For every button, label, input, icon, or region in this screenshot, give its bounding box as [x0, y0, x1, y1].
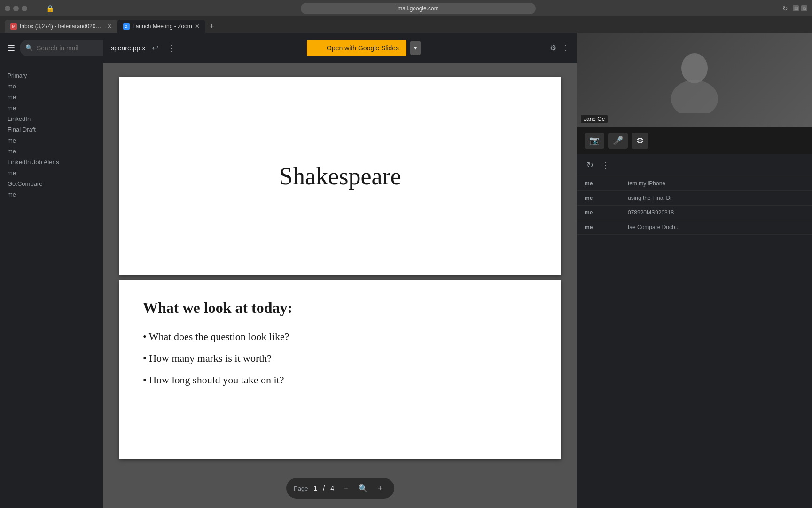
browser-top-bar: 🔒 mail.google.com ↻ ⊟ ⧉	[0, 0, 812, 16]
new-tab-button[interactable]: +	[205, 20, 219, 33]
browser-controls	[5, 6, 27, 11]
gmail-nav: Primary me me me LinkedIn Final Draft me…	[0, 63, 103, 204]
email-sender-3: me	[8, 104, 16, 111]
page-current: 1	[313, 484, 317, 492]
email-sender-9: me	[8, 169, 16, 176]
main-area: ☰ 🔍 Primary me me me LinkedIn Final Draf…	[0, 33, 812, 508]
tab-gmail[interactable]: M Inbox (3,274) - helenarand020@gmail.co…	[5, 20, 117, 33]
email-item-2[interactable]: me	[0, 92, 103, 103]
right-email-sender-2: me	[585, 195, 622, 201]
open-with-slides-button[interactable]: Open with Google Slides	[307, 40, 406, 56]
right-email-row-4[interactable]: me tae Compare Docb...	[577, 220, 812, 235]
email-sender-11: me	[8, 191, 16, 198]
slide-viewer: speare.pptx ↩ ⋮ Open with Google Slides …	[103, 33, 577, 508]
email-sender-7: me	[8, 148, 16, 155]
filename-label: speare.pptx	[111, 44, 145, 52]
page-total: 4	[330, 484, 334, 492]
right-email-subject-3: 078920MS920318	[628, 209, 804, 216]
right-panel-refresh-btn[interactable]: ↻	[585, 158, 595, 172]
zoom-settings-button[interactable]: ⚙	[632, 133, 648, 149]
tab-zoom-close-icon[interactable]: ✕	[195, 23, 200, 30]
zoom-icon: 🔍	[359, 484, 368, 493]
right-panel-more-btn[interactable]: ⋮	[599, 158, 611, 172]
settings-icon-button[interactable]: ⚙	[550, 43, 556, 52]
right-email-row-2[interactable]: me using the Final Dr	[577, 191, 812, 206]
open-slides-label: Open with Google Slides	[327, 44, 399, 52]
email-item-7[interactable]: me	[0, 146, 103, 157]
window-dot-2	[13, 6, 19, 11]
right-email-sender-1: me	[585, 180, 622, 187]
email-sender-2: me	[8, 94, 16, 101]
email-sender-8: LinkedIn Job Alerts	[8, 159, 59, 166]
email-sender-5: Final Draft	[8, 126, 36, 133]
right-email-row-3[interactable]: me 078920MS920318	[577, 206, 812, 220]
right-email-subject-4: tae Compare Docb...	[628, 224, 804, 230]
email-item-11[interactable]: me	[0, 189, 103, 200]
email-item-1[interactable]: me	[0, 81, 103, 92]
toolbar-right: ⚙ ⋮	[550, 43, 570, 52]
page-label: Page	[294, 485, 308, 492]
email-sender-10: Go.Compare	[8, 180, 42, 187]
zoom-controls-bar: 📷 🎤 ⚙	[577, 127, 812, 154]
right-email-subject-1: tem my iPhone	[628, 180, 804, 187]
window-minimize-btn[interactable]: ⊟	[793, 5, 799, 11]
window-dot-3	[22, 6, 27, 11]
slide-2-bullet-1: • What does the question look like?	[143, 331, 289, 343]
email-sender-4: LinkedIn	[8, 115, 31, 122]
tab-gmail-label: Inbox (3,274) - helenarand020@gmail.com …	[20, 23, 104, 30]
security-shield-icon: 🔒	[46, 5, 54, 12]
toolbar-back-button[interactable]: ↩	[150, 41, 161, 55]
email-item-4[interactable]: LinkedIn	[0, 113, 103, 124]
svg-point-0	[681, 53, 708, 83]
gmail-right-list: ↻ ⋮ me tem my iPhone me using the Final …	[577, 154, 812, 508]
slide-1-title: Shakespeare	[279, 162, 401, 190]
window-expand-btn[interactable]: ⧉	[801, 5, 807, 11]
tab-gmail-close-icon[interactable]: ✕	[107, 23, 112, 30]
slides-scroll-area[interactable]: Shakespeare What we look at today: • Wha…	[103, 63, 577, 508]
slide-page-1: Shakespeare	[119, 77, 561, 275]
slide-2-bullet-2: • How many marks is it worth?	[143, 352, 289, 365]
zoom-camera-button[interactable]: 📷	[585, 133, 604, 149]
zoom-panel: Jane Oe 📷 🎤 ⚙ ↻ ⋮ me tem my iPhone me us…	[577, 33, 812, 508]
right-email-row-1[interactable]: me tem my iPhone	[577, 176, 812, 191]
zoom-mic-button[interactable]: 🎤	[608, 133, 628, 149]
url-bar[interactable]: mail.google.com	[301, 3, 536, 14]
toolbar-center: Open with Google Slides ▾	[307, 40, 421, 56]
svg-point-1	[671, 80, 718, 113]
email-item-3[interactable]: me	[0, 103, 103, 113]
slide-2-bullets: • What does the question look like? • Ho…	[143, 331, 289, 386]
category-primary-label: Primary	[0, 71, 103, 81]
gmail-search-bar[interactable]: 🔍	[20, 40, 103, 56]
email-item-9[interactable]: me	[0, 167, 103, 178]
email-item-8[interactable]: LinkedIn Job Alerts	[0, 157, 103, 167]
page-separator: /	[323, 484, 325, 492]
email-sender-1: me	[8, 83, 16, 90]
gmail-header: ☰ 🔍	[0, 33, 103, 63]
email-item-5[interactable]: Final Draft	[0, 124, 103, 135]
toolbar-more-button[interactable]: ⋮	[165, 41, 178, 55]
toolbar-left: speare.pptx ↩ ⋮	[111, 41, 178, 55]
window-controls: ⊟ ⧉	[793, 5, 807, 11]
url-text: mail.google.com	[398, 5, 438, 12]
zoom-video-area: Jane Oe	[577, 33, 812, 127]
email-item-10[interactable]: Go.Compare	[0, 178, 103, 189]
search-input[interactable]	[37, 44, 103, 52]
email-item-6[interactable]: me	[0, 135, 103, 146]
refresh-button[interactable]: ↻	[782, 5, 788, 12]
zoom-in-button[interactable]: +	[374, 482, 387, 495]
open-slides-dropdown-button[interactable]: ▾	[410, 41, 421, 55]
slides-icon	[314, 44, 323, 52]
email-sender-6: me	[8, 137, 16, 144]
right-email-subject-2: using the Final Dr	[628, 195, 804, 201]
tab-zoom[interactable]: Z Launch Meeting - Zoom ✕	[117, 20, 205, 33]
zoom-favicon-icon: Z	[123, 23, 130, 30]
gmail-menu-icon[interactable]: ☰	[8, 43, 15, 53]
more-options-button[interactable]: ⋮	[562, 43, 570, 52]
slide-toolbar: speare.pptx ↩ ⋮ Open with Google Slides …	[103, 33, 577, 63]
window-dot-1	[5, 6, 10, 11]
slide-2-heading: What we look at today:	[143, 299, 292, 317]
right-email-sender-4: me	[585, 224, 622, 230]
zoom-out-button[interactable]: −	[340, 482, 353, 495]
right-email-sender-3: me	[585, 209, 622, 216]
right-panel-toolbar: ↻ ⋮	[577, 154, 812, 176]
